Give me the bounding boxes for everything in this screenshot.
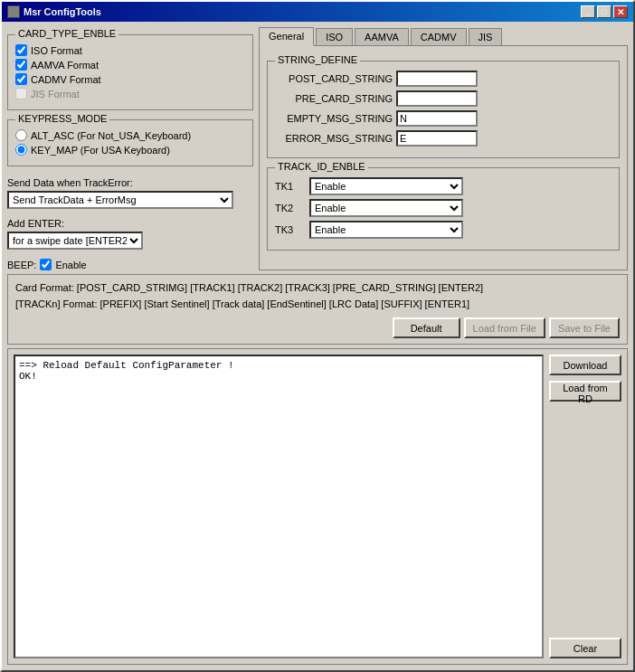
error-msg-label: ERROR_MSG_STRING bbox=[275, 133, 393, 144]
pre-card-row: PRE_CARD_STRING bbox=[275, 90, 611, 107]
tab-cadmv[interactable]: CADMV bbox=[411, 28, 467, 45]
tk1-label: TK1 bbox=[275, 181, 302, 192]
post-card-input[interactable] bbox=[396, 71, 478, 87]
tk3-row: TK3 Enable Disable bbox=[275, 221, 611, 239]
post-card-label: POST_CARD_STRING bbox=[275, 73, 393, 84]
track-format-data: [PREFIX] [Start Sentinel] [Track data] [… bbox=[100, 298, 470, 309]
add-enter-label: Add ENTER: bbox=[7, 218, 253, 229]
minimize-button[interactable]: _ bbox=[581, 5, 595, 18]
beep-label: BEEP: bbox=[7, 260, 36, 270]
aamva-format-row: AAMVA Format bbox=[15, 59, 245, 71]
alt-asc-row: ALT_ASC (For Not_USA_Keyboard) bbox=[15, 129, 245, 141]
title-buttons: _ □ ✕ bbox=[581, 5, 628, 18]
error-msg-row: ERROR_MSG_STRING bbox=[275, 130, 611, 147]
beep-check-label: Enable bbox=[55, 260, 86, 270]
maximize-button[interactable]: □ bbox=[597, 5, 611, 18]
add-enter-select[interactable]: for a swipe date [ENTER2] None for a swi… bbox=[7, 232, 143, 250]
tk3-label: TK3 bbox=[275, 224, 302, 235]
card-format-label: Card Format: bbox=[15, 282, 74, 293]
format-info-text: Card Format: [POST_CARD_STRIMG] [TRACK1]… bbox=[15, 280, 620, 312]
string-define-group: STRING_DEFINE POST_CARD_STRING PRE_CARD_… bbox=[267, 61, 620, 158]
beep-checkbox[interactable] bbox=[40, 259, 52, 270]
iso-format-row: ISO Format bbox=[15, 44, 245, 56]
tk3-select[interactable]: Enable Disable bbox=[309, 221, 463, 239]
iso-checkbox[interactable] bbox=[15, 44, 27, 56]
track-id-section: TRACK_ID_ENBLE TK1 Enable Disable TK2 bbox=[267, 167, 620, 251]
format-buttons: Default Load from File Save to File bbox=[15, 317, 620, 338]
main-window: Msr ConfigTools _ □ ✕ CARD_TYPE_ENBLE IS… bbox=[0, 0, 635, 672]
save-to-file-button[interactable]: Save to File bbox=[549, 317, 620, 338]
top-section: CARD_TYPE_ENBLE ISO Format AAMVA Format … bbox=[7, 27, 628, 270]
jis-checkbox[interactable] bbox=[15, 88, 27, 99]
empty-msg-label: EMPTY_MSG_STRING bbox=[275, 113, 393, 124]
tk2-select[interactable]: Enable Disable bbox=[309, 199, 463, 217]
post-card-row: POST_CARD_STRING bbox=[275, 71, 611, 87]
default-button[interactable]: Default bbox=[393, 317, 460, 338]
tab-aamva[interactable]: AAMVA bbox=[355, 28, 409, 45]
tk1-select[interactable]: Enable Disable bbox=[309, 177, 463, 195]
track-id-title: TRACK_ID_ENBLE bbox=[275, 161, 368, 172]
jis-format-row: JIS Format bbox=[15, 88, 245, 99]
right-panel: General ISO AAMVA CADMV JIS STRING_DEFIN… bbox=[259, 27, 628, 270]
key-map-radio[interactable] bbox=[15, 144, 27, 156]
keypress-group: KEYPRESS_MODE ALT_ASC (For Not_USA_Keybo… bbox=[7, 119, 253, 166]
log-section: ==> Reload Default ConfigParameter ! OK!… bbox=[7, 348, 628, 665]
app-icon bbox=[7, 5, 20, 18]
keypress-title: KEYPRESS_MODE bbox=[15, 113, 109, 124]
tab-iso[interactable]: ISO bbox=[316, 28, 353, 45]
aamva-label: AAMVA Format bbox=[31, 60, 99, 71]
string-define-title: STRING_DEFINE bbox=[275, 54, 360, 65]
cadmv-checkbox[interactable] bbox=[15, 73, 27, 85]
alt-asc-label: ALT_ASC (For Not_USA_Keyboard) bbox=[31, 130, 191, 141]
tab-general[interactable]: General bbox=[259, 27, 314, 46]
error-msg-input[interactable] bbox=[396, 130, 478, 147]
card-type-section: CARD_TYPE_ENBLE ISO Format AAMVA Format … bbox=[7, 34, 253, 110]
content-area: CARD_TYPE_ENBLE ISO Format AAMVA Format … bbox=[2, 22, 633, 670]
track-id-group: TRACK_ID_ENBLE TK1 Enable Disable TK2 bbox=[267, 167, 620, 251]
alt-asc-radio[interactable] bbox=[15, 129, 27, 141]
key-map-row: KEY_MAP (For USA Keyboard) bbox=[15, 144, 245, 156]
log-textarea[interactable]: ==> Reload Default ConfigParameter ! OK! bbox=[14, 355, 544, 658]
track-format-label: [TRACKn] Format: bbox=[15, 298, 97, 309]
title-bar: Msr ConfigTools _ □ ✕ bbox=[2, 2, 633, 22]
key-map-label: KEY_MAP (For USA Keyboard) bbox=[31, 145, 170, 156]
empty-msg-input[interactable] bbox=[396, 110, 478, 127]
tabs-bar: General ISO AAMVA CADMV JIS bbox=[259, 27, 628, 46]
empty-msg-row: EMPTY_MSG_STRING bbox=[275, 110, 611, 127]
add-enter-section: Add ENTER: for a swipe date [ENTER2] Non… bbox=[7, 218, 253, 250]
download-button[interactable]: Download bbox=[549, 355, 621, 375]
window-title: Msr ConfigTools bbox=[24, 6, 101, 17]
format-info-bar: Card Format: [POST_CARD_STRIMG] [TRACK1]… bbox=[7, 274, 628, 345]
send-data-label: Send Data when TrackError: bbox=[7, 177, 253, 188]
cadmv-label: CADMV Format bbox=[31, 74, 101, 85]
jis-label: JIS Format bbox=[31, 89, 80, 99]
string-define-section: STRING_DEFINE POST_CARD_STRING PRE_CARD_… bbox=[267, 61, 620, 158]
close-button[interactable]: ✕ bbox=[613, 5, 628, 18]
iso-label: ISO Format bbox=[31, 45, 82, 56]
clear-button[interactable]: Clear bbox=[549, 638, 621, 658]
load-from-file-button[interactable]: Load from File bbox=[464, 317, 545, 338]
tk2-row: TK2 Enable Disable bbox=[275, 199, 611, 217]
tab-jis[interactable]: JIS bbox=[469, 28, 503, 45]
log-area: ==> Reload Default ConfigParameter ! OK! bbox=[14, 355, 544, 658]
tk1-row: TK1 Enable Disable bbox=[275, 177, 611, 195]
pre-card-input[interactable] bbox=[396, 90, 478, 107]
tk2-label: TK2 bbox=[275, 203, 302, 213]
load-from-rd-button[interactable]: Load from RD bbox=[549, 381, 621, 402]
send-data-section: Send Data when TrackError: Send TrackDat… bbox=[7, 177, 253, 209]
title-bar-left: Msr ConfigTools bbox=[7, 5, 101, 18]
card-type-title: CARD_TYPE_ENBLE bbox=[15, 28, 118, 39]
card-format-data: [POST_CARD_STRIMG] [TRACK1] [TRACK2] [TR… bbox=[77, 282, 483, 293]
cadmv-format-row: CADMV Format bbox=[15, 73, 245, 85]
aamva-checkbox[interactable] bbox=[15, 59, 27, 71]
card-type-group: CARD_TYPE_ENBLE ISO Format AAMVA Format … bbox=[7, 34, 253, 110]
left-column: CARD_TYPE_ENBLE ISO Format AAMVA Format … bbox=[7, 27, 253, 270]
log-spacer bbox=[549, 407, 621, 632]
beep-section: BEEP: Enable bbox=[7, 259, 253, 270]
pre-card-label: PRE_CARD_STRING bbox=[275, 93, 393, 104]
tab-content: STRING_DEFINE POST_CARD_STRING PRE_CARD_… bbox=[259, 46, 628, 270]
keypress-section: KEYPRESS_MODE ALT_ASC (For Not_USA_Keybo… bbox=[7, 119, 253, 166]
beep-row: BEEP: Enable bbox=[7, 259, 253, 270]
send-data-select[interactable]: Send TrackData + ErrorMsg No Send Send E… bbox=[7, 191, 233, 209]
log-buttons: Download Load from RD Clear bbox=[549, 355, 621, 658]
